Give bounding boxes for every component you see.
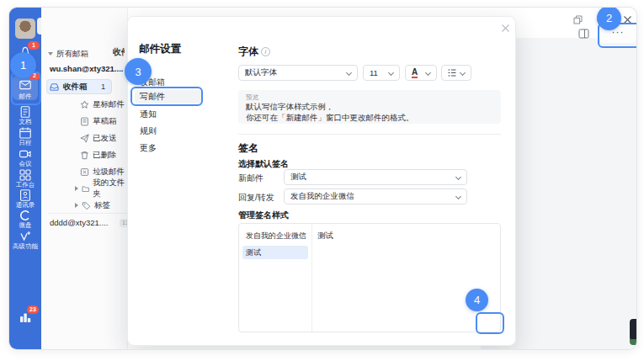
signature-item-wecom[interactable]: 发自我的企业微信	[242, 229, 308, 242]
folder-label: 星标邮件	[93, 99, 125, 110]
annotation-step-2: 2	[597, 7, 621, 30]
tab-rules[interactable]: 规则	[135, 125, 202, 137]
folder-label: 收件箱	[63, 82, 88, 93]
reply-signature-select[interactable]: 发自我的企业微信	[284, 188, 467, 204]
apps-badge: 23	[27, 305, 39, 314]
chevron-down-icon	[460, 70, 466, 76]
folder-label: 垃圾邮件	[93, 167, 125, 178]
contacts-icon	[19, 188, 32, 202]
v-plus-icon	[19, 230, 32, 243]
tab-label: 通知	[140, 109, 157, 120]
tab-notifications[interactable]: 通知	[135, 108, 202, 120]
annotation-step-1: 1	[10, 52, 36, 78]
reply-signature-value: 发自我的企业微信	[290, 191, 354, 202]
section-divider	[238, 134, 501, 135]
sidebar-label-schedule: 日程	[9, 139, 41, 147]
new-mail-label: 新邮件	[238, 173, 263, 184]
layout-toggle-button[interactable]	[578, 29, 589, 39]
account-primary[interactable]: wu.shan@xty321....	[50, 64, 123, 73]
dialog-title: 邮件设置	[139, 42, 181, 56]
info-icon: i	[261, 47, 270, 56]
font-size-select[interactable]: 11	[363, 65, 400, 81]
chevron-down-icon	[455, 174, 461, 180]
floating-widget[interactable]	[630, 319, 637, 341]
folder-divider	[48, 213, 139, 214]
new-mail-signature-select[interactable]: 测试	[284, 169, 467, 185]
font-preview-box: 预览 默认写信字体样式示例， 你还可在「新建邮件」窗口中更改邮件的格式。	[238, 90, 501, 124]
list-format-button[interactable]	[441, 65, 471, 81]
font-color-letter: A	[412, 67, 418, 78]
tab-more[interactable]: 更多	[135, 141, 202, 154]
preview-tag: 预览	[246, 93, 493, 102]
mail-icon	[19, 78, 32, 92]
folder-group-all[interactable]: 所有邮箱	[48, 47, 120, 61]
calendar-icon	[19, 126, 32, 140]
meeting-camera-icon	[19, 147, 32, 161]
preview-line1: 默认写信字体样式示例，	[246, 102, 493, 113]
sidebar-label-wedrive: 微盘	[9, 221, 41, 230]
signature-list: 发自我的企业微信 测试	[239, 224, 312, 332]
list-icon	[448, 69, 456, 77]
font-color-button[interactable]: A	[405, 65, 437, 81]
signature-content-preview: 测试	[317, 231, 333, 242]
folder-label: 我的文件夹	[93, 178, 126, 199]
layout-columns-icon	[578, 29, 589, 39]
wedrive-ring-icon	[19, 209, 32, 222]
chevron-down-icon	[455, 194, 461, 199]
floating-widget-accent	[630, 339, 637, 345]
folder-group-label: 所有邮箱	[56, 49, 88, 60]
expand-caret-icon	[75, 203, 78, 208]
signature-item-label: 测试	[246, 247, 261, 258]
manage-signature-heading: 管理签名样式	[238, 210, 289, 221]
tab-label: 规则	[140, 125, 157, 137]
annotation-step-3: 3	[125, 58, 152, 85]
inbox-icon	[50, 82, 59, 92]
folder-count: 1	[101, 82, 105, 91]
font-family-value: 默认字体	[245, 67, 277, 78]
preview-line2: 你还可在「新建邮件」窗口中更改邮件的格式。	[246, 113, 493, 124]
expand-caret-icon	[75, 186, 78, 191]
font-family-select[interactable]: 默认字体	[238, 65, 358, 81]
junk-icon	[80, 167, 89, 177]
mail-settings-dialog: 邮件设置 收邮箱 写邮件 通知 规则 更多 字体i 默认字体	[127, 16, 516, 346]
annotation-step-4: 4	[466, 289, 488, 311]
chevron-down-icon	[425, 70, 431, 76]
chevron-down-icon	[388, 70, 394, 76]
folder-inbox[interactable]: 收件箱 1	[46, 79, 112, 94]
font-size-value: 11	[370, 68, 378, 77]
draft-icon	[80, 117, 89, 126]
star-icon	[80, 100, 89, 109]
annotation-number: 4	[474, 294, 480, 306]
sidebar-label-mail: 邮件	[9, 93, 41, 101]
collapse-caret-icon	[48, 52, 53, 56]
tab-label: 写邮件	[140, 91, 165, 103]
choose-signature-heading: 选择默认签名	[238, 158, 289, 170]
folder-pane: 所有邮箱 wu.shan@xty321.... 收件箱 1 星标邮件	[41, 8, 128, 349]
trash-icon	[80, 151, 89, 160]
restore-icon	[573, 15, 583, 24]
folder-label: 草稿箱	[93, 116, 117, 127]
screenshot-stage: 1 2 邮件 文档	[0, 0, 644, 361]
chevron-down-icon	[346, 70, 352, 76]
document-icon	[19, 105, 32, 119]
font-heading-text: 字体	[238, 45, 258, 57]
avatar[interactable]	[15, 19, 35, 39]
font-section-heading: 字体i	[238, 45, 270, 59]
signature-item-test[interactable]: 测试	[242, 246, 308, 259]
sent-icon	[80, 134, 89, 143]
restore-window-button[interactable]	[573, 15, 583, 24]
annotation-number: 3	[135, 66, 141, 78]
folder-label: 已发送	[93, 133, 117, 144]
tab-compose[interactable]: 写邮件	[135, 90, 202, 104]
close-window-button[interactable]	[623, 15, 632, 24]
tab-label: 更多	[140, 142, 157, 154]
tag-icon	[82, 201, 91, 210]
account-secondary-label: dddd@xty321....	[50, 218, 108, 227]
signature-heading: 签名	[238, 141, 258, 156]
folder-icon	[82, 184, 89, 194]
signature-item-label: 发自我的企业微信	[246, 231, 306, 242]
dialog-close-button[interactable]	[501, 24, 511, 34]
new-mail-signature-value: 测试	[290, 172, 306, 183]
sidebar-label-advanced: 高级功能	[9, 242, 41, 251]
annotation-number: 2	[606, 12, 612, 24]
